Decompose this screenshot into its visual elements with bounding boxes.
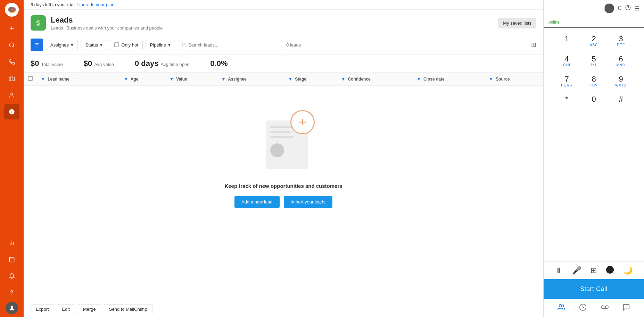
- col-age[interactable]: ▼ Age: [120, 73, 165, 86]
- svg-point-19: [559, 305, 562, 307]
- svg-point-15: [182, 43, 185, 46]
- toolbar: Assignee ▾ Status ▾ Only hot Pipeline ▾ …: [24, 35, 543, 55]
- col-close-date[interactable]: ▼ Close date: [413, 73, 485, 86]
- edit-button[interactable]: Edit: [57, 304, 75, 314]
- panel-nav-contacts[interactable]: [558, 303, 565, 313]
- key-5[interactable]: 5 JKL: [581, 52, 607, 70]
- bottom-bar: Export Edit Merge Send to MailChimp: [24, 301, 543, 317]
- sidebar-item-calls[interactable]: [4, 54, 19, 69]
- merge-button[interactable]: Merge: [78, 304, 101, 314]
- panel-header: C ☰: [544, 0, 644, 17]
- col-stage[interactable]: ▼ Stage: [284, 73, 337, 86]
- pipeline-label: Pipeline: [150, 42, 166, 48]
- sidebar-item-notifications[interactable]: [4, 268, 19, 284]
- panel-menu-button[interactable]: ☰: [634, 5, 639, 12]
- export-button[interactable]: Export: [31, 304, 54, 314]
- svg-point-22: [605, 306, 608, 308]
- status-chevron: ▾: [100, 42, 102, 48]
- sidebar-item-contacts[interactable]: [4, 87, 19, 103]
- sidebar-avatar[interactable]: [6, 302, 18, 314]
- key-7[interactable]: 7 PQRS: [554, 72, 580, 91]
- sidebar-logo[interactable]: 🍩: [5, 3, 19, 17]
- col-confidence[interactable]: ▼ Confidence: [337, 73, 412, 86]
- col-sort-icon: ↕: [72, 77, 74, 82]
- import-leads-button[interactable]: Import your leads: [284, 196, 332, 208]
- col-filter-icon: ▼: [41, 77, 45, 82]
- search-icon: [182, 42, 186, 47]
- record-icon: [606, 266, 614, 274]
- panel-nav-chat[interactable]: [622, 303, 630, 313]
- svg-line-16: [185, 46, 185, 47]
- page-title-block: Leads Leads Business deals with your com…: [51, 16, 163, 31]
- key-4[interactable]: 4 GHI: [554, 52, 580, 70]
- panel-nav-recent[interactable]: [579, 303, 587, 313]
- sidebar-item-companies[interactable]: [4, 71, 19, 86]
- total-value-label: Total value: [41, 62, 63, 67]
- leads-count: 0 leads: [286, 42, 301, 48]
- status-dropdown[interactable]: Status ▾: [81, 40, 107, 50]
- col-lead-name-label: Lead name: [48, 77, 69, 82]
- key-2[interactable]: 2 ABC: [581, 32, 607, 50]
- only-hot-button[interactable]: Only hot: [110, 40, 142, 50]
- sidebar-item-search[interactable]: [4, 37, 19, 53]
- online-status: online: [544, 17, 644, 28]
- sidebar-item-calendar[interactable]: [4, 252, 19, 267]
- add-new-lead-button[interactable]: Add a new lead: [234, 196, 280, 208]
- empty-state: + Keep track of new opportunities and cu…: [24, 86, 543, 229]
- record-button[interactable]: [606, 266, 614, 275]
- dialpad-button[interactable]: ⊞: [591, 266, 597, 275]
- upgrade-link[interactable]: Upgrade your plan: [77, 2, 114, 7]
- leads-table-container: ▼ Lead name ↕ ▼ Age ▼ Value ▼ Assignee: [24, 73, 543, 301]
- panel-c-button[interactable]: C: [618, 5, 622, 11]
- svg-rect-7: [9, 257, 14, 262]
- moon-button[interactable]: 🌙: [623, 266, 633, 275]
- mute-button[interactable]: 🎤: [572, 266, 581, 275]
- key-9[interactable]: 9 WXYZ: [608, 72, 634, 91]
- col-confidence-filter-icon: ▼: [341, 77, 345, 82]
- svg-line-1: [13, 46, 14, 47]
- key-star[interactable]: *: [554, 92, 580, 111]
- col-source[interactable]: ▼ Source: [485, 73, 543, 86]
- only-hot-label: Only hot: [121, 42, 138, 48]
- pause-button[interactable]: ⏸: [555, 266, 563, 275]
- moon-icon: 🌙: [623, 266, 633, 275]
- mic-icon: 🎤: [572, 266, 581, 275]
- keypad-grid: 1 2 ABC 3 DEF 4 GHI 5 JKL 6 MNO: [554, 32, 634, 111]
- filter-button[interactable]: [31, 39, 43, 51]
- pct-value: 0.0%: [210, 59, 228, 68]
- panel-bottom-nav: [544, 299, 644, 317]
- col-value[interactable]: ▼ Value: [165, 73, 217, 86]
- key-0[interactable]: 0: [581, 92, 607, 111]
- panel-nav-voicemail[interactable]: [601, 303, 609, 313]
- key-6[interactable]: 6 MNO: [608, 52, 634, 70]
- page-header: Leads Leads Business deals with your com…: [24, 10, 543, 35]
- col-lead-name[interactable]: ▼ Lead name ↕: [37, 73, 120, 86]
- key-8[interactable]: 8 TUV: [581, 72, 607, 91]
- total-value: $0: [31, 59, 39, 68]
- subtitle-text: Business deals with your companies and p…: [66, 25, 163, 31]
- sidebar-item-leads[interactable]: [4, 104, 19, 119]
- assignee-dropdown[interactable]: Assignee ▾: [46, 40, 78, 50]
- sidebar-item-help[interactable]: ?: [4, 285, 19, 300]
- col-checkbox[interactable]: [24, 73, 37, 86]
- sidebar-item-add[interactable]: +: [4, 21, 19, 36]
- col-close-date-filter-icon: ▼: [417, 77, 421, 82]
- empty-plus-icon: +: [290, 110, 315, 134]
- grid-view-button[interactable]: ⊞: [531, 41, 536, 49]
- sidebar-item-reports[interactable]: [4, 235, 19, 250]
- panel-help-button[interactable]: [625, 5, 631, 12]
- start-call-button[interactable]: Start Call: [544, 279, 644, 299]
- my-saved-lists-button[interactable]: My saved lists: [498, 18, 536, 28]
- key-3[interactable]: 3 DEF: [608, 32, 634, 50]
- search-input[interactable]: [188, 42, 278, 48]
- page-title: Leads: [51, 16, 163, 25]
- empty-state-text: Keep track of new opportunities and cust…: [224, 183, 342, 189]
- avg-value-label: Avg value: [94, 62, 114, 67]
- key-hash[interactable]: #: [608, 92, 634, 111]
- mailchimp-button[interactable]: Send to MailChimp: [104, 304, 152, 314]
- col-assignee[interactable]: ▼ Assignee: [217, 73, 284, 86]
- key-1[interactable]: 1: [554, 32, 580, 50]
- col-age-filter-icon: ▼: [124, 77, 128, 82]
- trial-banner: 6 days left in your trial Upgrade your p…: [24, 0, 543, 10]
- pipeline-dropdown[interactable]: Pipeline ▾: [146, 40, 175, 50]
